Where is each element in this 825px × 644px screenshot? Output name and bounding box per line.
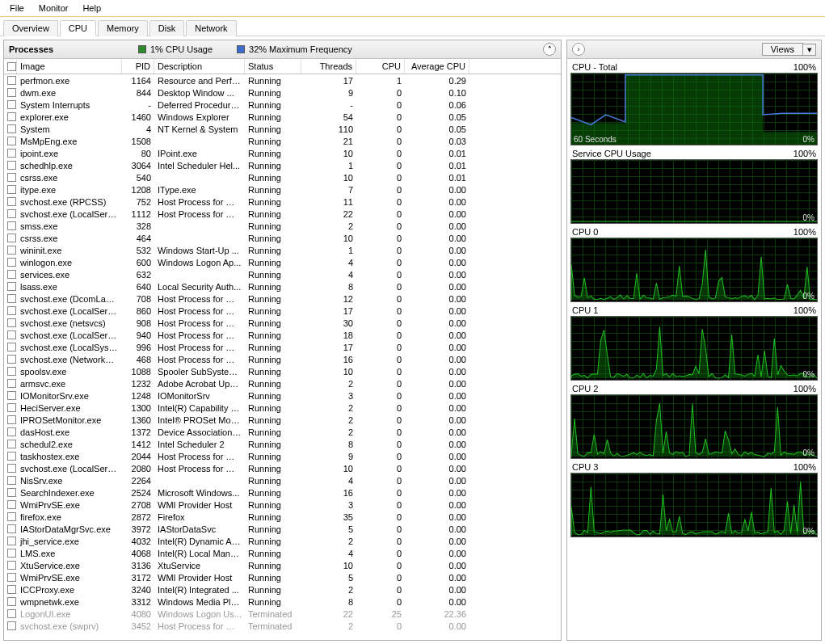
row-checkbox[interactable] [7, 609, 16, 618]
row-checkbox[interactable] [7, 512, 16, 521]
table-row[interactable]: IAStorDataMgrSvc.exe3972IAStorDataSvcRun… [4, 523, 561, 535]
col-cpu[interactable]: CPU [356, 59, 405, 74]
table-row[interactable]: services.exe632Running400.00 [4, 268, 561, 280]
chart-canvas[interactable]: 0% [570, 316, 818, 381]
table-row[interactable]: IPROSetMonitor.exe1360Intel® PROSet Mon.… [4, 414, 561, 426]
select-all-checkbox[interactable] [7, 62, 16, 71]
chart-canvas[interactable]: 0% [570, 394, 818, 459]
row-checkbox[interactable] [7, 112, 16, 121]
table-row[interactable]: perfmon.exe1164Resource and Perfo...Runn… [4, 74, 561, 86]
table-row[interactable]: LMS.exe4068Intel(R) Local Mana...Running… [4, 547, 561, 559]
row-checkbox[interactable] [7, 173, 16, 182]
row-checkbox[interactable] [7, 221, 16, 230]
table-row[interactable]: jhi_service.exe4032Intel(R) Dynamic Ap..… [4, 535, 561, 547]
table-row[interactable]: spoolsv.exe1088Spooler SubSystem ...Runn… [4, 365, 561, 377]
row-checkbox[interactable] [7, 185, 16, 194]
table-row[interactable]: System4NT Kernel & SystemRunning11000.05 [4, 123, 561, 135]
table-row[interactable]: schedhlp.exe3064Intel Scheduler Hel...Ru… [4, 159, 561, 171]
menu-monitor[interactable]: Monitor [32, 2, 75, 15]
col-checkbox[interactable] [4, 60, 17, 74]
table-row[interactable]: svchost.exe (NetworkService)468Host Proc… [4, 353, 561, 365]
row-checkbox[interactable] [7, 367, 16, 376]
tab-overview[interactable]: Overview [3, 20, 58, 36]
collapse-icon[interactable]: ˄ [543, 43, 556, 56]
tab-memory[interactable]: Memory [98, 20, 148, 36]
row-checkbox[interactable] [7, 330, 16, 339]
row-checkbox[interactable] [7, 415, 16, 424]
row-checkbox[interactable] [7, 561, 16, 570]
row-checkbox[interactable] [7, 464, 16, 473]
row-checkbox[interactable] [7, 258, 16, 267]
table-row[interactable]: csrss.exe540Running1000.01 [4, 171, 561, 183]
table-row[interactable]: schedul2.exe1412Intel Scheduler 2Running… [4, 438, 561, 450]
row-checkbox[interactable] [7, 476, 16, 485]
table-row[interactable]: svchost.exe (RPCSS)752Host Process for W… [4, 196, 561, 208]
row-checkbox[interactable] [7, 379, 16, 388]
chart-nav-icon[interactable]: › [572, 43, 585, 56]
row-checkbox[interactable] [7, 452, 16, 461]
table-row[interactable]: csrss.exe464Running1000.00 [4, 232, 561, 244]
row-checkbox[interactable] [7, 197, 16, 206]
table-row[interactable]: SearchIndexer.exe2524Microsoft Windows..… [4, 486, 561, 499]
table-row[interactable]: svchost.exe (LocalServiceNo...1112Host P… [4, 208, 561, 220]
row-checkbox[interactable] [7, 246, 16, 255]
row-checkbox[interactable] [7, 318, 16, 327]
row-checkbox[interactable] [7, 343, 16, 351]
row-checkbox[interactable] [7, 440, 16, 448]
row-checkbox[interactable] [7, 124, 16, 133]
tab-network[interactable]: Network [186, 20, 236, 36]
table-row[interactable]: taskhostex.exe2044Host Process for Wi...… [4, 450, 561, 462]
table-row[interactable]: wmpnetwk.exe3312Windows Media Pla...Runn… [4, 596, 561, 608]
table-row[interactable]: MsMpEng.exe1508Running2100.03 [4, 135, 561, 147]
row-checkbox[interactable] [7, 597, 16, 606]
table-row[interactable]: NisSrv.exe2264Running400.00 [4, 474, 561, 486]
row-checkbox[interactable] [7, 549, 16, 558]
row-checkbox[interactable] [7, 524, 16, 533]
row-checkbox[interactable] [7, 76, 16, 85]
table-row[interactable]: HeciServer.exe1300Intel(R) Capability Li… [4, 402, 561, 414]
col-image[interactable]: Image [17, 59, 122, 74]
views-button[interactable]: Views [762, 43, 803, 56]
row-checkbox[interactable] [7, 137, 16, 145]
menu-help[interactable]: Help [76, 2, 107, 15]
row-checkbox[interactable] [7, 355, 16, 364]
table-row[interactable]: svchost.exe (DcomLaunch)708Host Process … [4, 293, 561, 305]
processes-header[interactable]: Processes 1% CPU Usage 32% Maximum Frequ… [4, 40, 561, 59]
row-checkbox[interactable] [7, 88, 16, 97]
table-row[interactable]: WmiPrvSE.exe3172WMI Provider HostRunning… [4, 571, 561, 583]
table-row[interactable]: svchost.exe (swprv)3452Host Process for … [4, 620, 561, 632]
row-checkbox[interactable] [7, 403, 16, 412]
col-status[interactable]: Status [245, 59, 301, 74]
row-checkbox[interactable] [7, 270, 16, 279]
table-row[interactable]: svchost.exe (LocalService)940Host Proces… [4, 329, 561, 341]
row-checkbox[interactable] [7, 391, 16, 400]
col-description[interactable]: Description [154, 59, 245, 74]
row-checkbox[interactable] [7, 537, 16, 545]
table-row[interactable]: lsass.exe640Local Security Auth...Runnin… [4, 280, 561, 293]
tab-cpu[interactable]: CPU [60, 20, 96, 36]
views-dropdown-icon[interactable]: ▾ [803, 44, 816, 56]
table-row[interactable]: System Interrupts-Deferred Procedure...R… [4, 99, 561, 111]
table-row[interactable]: wininit.exe532Windows Start-Up ...Runnin… [4, 244, 561, 256]
menu-file[interactable]: File [3, 2, 31, 15]
table-row[interactable]: WmiPrvSE.exe2708WMI Provider HostRunning… [4, 499, 561, 511]
chart-canvas[interactable]: 0% [570, 238, 818, 302]
row-checkbox[interactable] [7, 234, 16, 242]
row-checkbox[interactable] [7, 149, 16, 158]
row-checkbox[interactable] [7, 306, 16, 315]
row-checkbox[interactable] [7, 209, 16, 218]
col-threads[interactable]: Threads [301, 59, 356, 74]
row-checkbox[interactable] [7, 100, 16, 109]
table-row[interactable]: svchost.exe (LocalSystemNet...996Host Pr… [4, 341, 561, 353]
chart-canvas[interactable]: 0% [570, 159, 818, 224]
row-checkbox[interactable] [7, 282, 16, 291]
row-checkbox[interactable] [7, 500, 16, 509]
table-row[interactable]: ICCProxy.exe3240Intel(R) Integrated ...R… [4, 583, 561, 596]
table-row[interactable]: dwm.exe844Desktop Window ...Running900.1… [4, 86, 561, 99]
table-row[interactable]: svchost.exe (LocalServiceNet...860Host P… [4, 305, 561, 317]
table-row[interactable]: winlogon.exe600Windows Logon Ap...Runnin… [4, 256, 561, 268]
table-row[interactable]: LogonUI.exe4080Windows Logon Us...Termin… [4, 608, 561, 620]
table-row[interactable]: explorer.exe1460Windows ExplorerRunning5… [4, 111, 561, 123]
table-row[interactable]: svchost.exe (LocalServiceAn...2080Host P… [4, 462, 561, 474]
table-row[interactable]: itype.exe1208IType.exeRunning700.00 [4, 183, 561, 196]
